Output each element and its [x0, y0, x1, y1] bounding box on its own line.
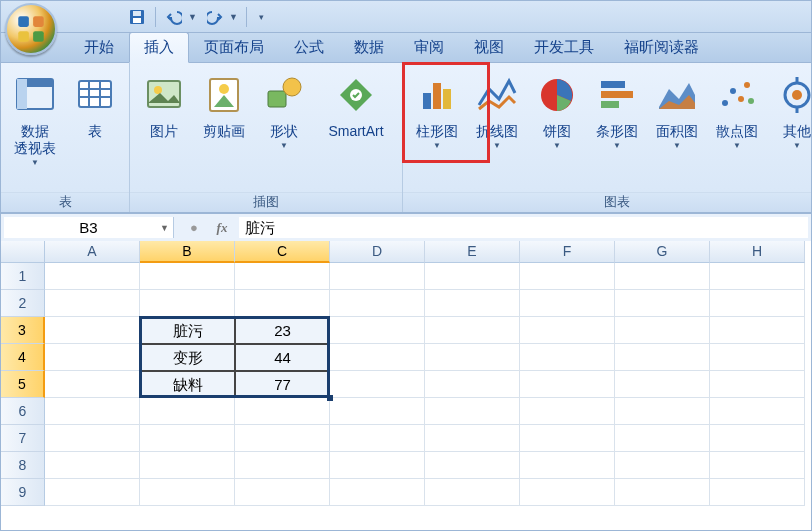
cell-B6[interactable] [140, 398, 235, 425]
select-all-corner[interactable] [1, 241, 45, 263]
cell-C1[interactable] [235, 263, 330, 290]
cell-H5[interactable] [710, 371, 805, 398]
tab-数据[interactable]: 数据 [339, 32, 399, 62]
cell-D2[interactable] [330, 290, 425, 317]
redo-dropdown-icon[interactable]: ▼ [229, 12, 238, 22]
cell-G8[interactable] [615, 452, 710, 479]
cell-A8[interactable] [45, 452, 140, 479]
cancel-button[interactable]: ● [183, 220, 205, 235]
row-header-1[interactable]: 1 [1, 263, 45, 290]
cell-F4[interactable] [520, 344, 615, 371]
cell-C8[interactable] [235, 452, 330, 479]
cell-E6[interactable] [425, 398, 520, 425]
tab-开始[interactable]: 开始 [69, 32, 129, 62]
cell-D4[interactable] [330, 344, 425, 371]
cell-A2[interactable] [45, 290, 140, 317]
row-header-6[interactable]: 6 [1, 398, 45, 425]
cell-B2[interactable] [140, 290, 235, 317]
row-header-8[interactable]: 8 [1, 452, 45, 479]
cell-G6[interactable] [615, 398, 710, 425]
ribbon-column-button[interactable]: 柱形图▼ [409, 67, 465, 150]
cell-G7[interactable] [615, 425, 710, 452]
cell-A7[interactable] [45, 425, 140, 452]
tab-公式[interactable]: 公式 [279, 32, 339, 62]
cell-C2[interactable] [235, 290, 330, 317]
cell-F2[interactable] [520, 290, 615, 317]
row-header-9[interactable]: 9 [1, 479, 45, 506]
spreadsheet-grid[interactable]: ABCDEFGH123脏污234变形445缺料776789 [1, 241, 811, 506]
save-button[interactable] [125, 5, 149, 29]
column-header-A[interactable]: A [45, 241, 140, 263]
ribbon-bar-button[interactable]: 条形图▼ [589, 67, 645, 150]
row-header-2[interactable]: 2 [1, 290, 45, 317]
name-box[interactable]: B3 ▼ [4, 217, 174, 238]
column-header-D[interactable]: D [330, 241, 425, 263]
cell-D7[interactable] [330, 425, 425, 452]
ribbon-clipart-button[interactable]: 剪贴画 [196, 67, 252, 140]
cell-A5[interactable] [45, 371, 140, 398]
cell-G4[interactable] [615, 344, 710, 371]
cell-H6[interactable] [710, 398, 805, 425]
cell-C9[interactable] [235, 479, 330, 506]
cell-H8[interactable] [710, 452, 805, 479]
cell-D6[interactable] [330, 398, 425, 425]
cell-H3[interactable] [710, 317, 805, 344]
cell-H2[interactable] [710, 290, 805, 317]
ribbon-scatter-button[interactable]: 散点图▼ [709, 67, 765, 150]
fx-button[interactable]: fx [211, 220, 233, 236]
cell-F6[interactable] [520, 398, 615, 425]
cell-E9[interactable] [425, 479, 520, 506]
cell-D1[interactable] [330, 263, 425, 290]
ribbon-pie-button[interactable]: 饼图▼ [529, 67, 585, 150]
formula-input[interactable]: 脏污 [239, 217, 808, 238]
selection-fill-handle[interactable] [327, 395, 333, 401]
office-orb-button[interactable] [5, 3, 57, 55]
ribbon-other-button[interactable]: 其他▼ [769, 67, 812, 150]
cell-C5[interactable]: 77 [235, 371, 330, 398]
cell-G5[interactable] [615, 371, 710, 398]
undo-dropdown-icon[interactable]: ▼ [188, 12, 197, 22]
row-header-4[interactable]: 4 [1, 344, 45, 371]
ribbon-shapes-button[interactable]: 形状▼ [256, 67, 312, 150]
cell-B9[interactable] [140, 479, 235, 506]
cell-G2[interactable] [615, 290, 710, 317]
cell-G3[interactable] [615, 317, 710, 344]
redo-button[interactable] [203, 5, 227, 29]
cell-D8[interactable] [330, 452, 425, 479]
column-header-E[interactable]: E [425, 241, 520, 263]
cell-B3[interactable]: 脏污 [140, 317, 235, 344]
cell-A1[interactable] [45, 263, 140, 290]
cell-E5[interactable] [425, 371, 520, 398]
cell-E2[interactable] [425, 290, 520, 317]
cell-A6[interactable] [45, 398, 140, 425]
tab-审阅[interactable]: 审阅 [399, 32, 459, 62]
tab-插入[interactable]: 插入 [129, 32, 189, 63]
row-header-3[interactable]: 3 [1, 317, 45, 344]
undo-button[interactable] [162, 5, 186, 29]
cell-E8[interactable] [425, 452, 520, 479]
name-box-dropdown-icon[interactable]: ▼ [160, 223, 169, 233]
cell-H1[interactable] [710, 263, 805, 290]
ribbon-table-button[interactable]: 表 [67, 67, 123, 140]
tab-福昕阅读器[interactable]: 福昕阅读器 [609, 32, 714, 62]
ribbon-line-button[interactable]: 折线图▼ [469, 67, 525, 150]
cell-D3[interactable] [330, 317, 425, 344]
ribbon-smartart-button[interactable]: SmartArt [316, 67, 396, 140]
cell-E1[interactable] [425, 263, 520, 290]
column-header-G[interactable]: G [615, 241, 710, 263]
row-header-7[interactable]: 7 [1, 425, 45, 452]
cell-F3[interactable] [520, 317, 615, 344]
cell-C6[interactable] [235, 398, 330, 425]
cell-H7[interactable] [710, 425, 805, 452]
cell-F7[interactable] [520, 425, 615, 452]
cell-E3[interactable] [425, 317, 520, 344]
cell-A4[interactable] [45, 344, 140, 371]
column-header-B[interactable]: B [140, 241, 235, 263]
tab-开发工具[interactable]: 开发工具 [519, 32, 609, 62]
cell-H9[interactable] [710, 479, 805, 506]
cell-C7[interactable] [235, 425, 330, 452]
row-header-5[interactable]: 5 [1, 371, 45, 398]
cell-H4[interactable] [710, 344, 805, 371]
cell-B7[interactable] [140, 425, 235, 452]
column-header-H[interactable]: H [710, 241, 805, 263]
